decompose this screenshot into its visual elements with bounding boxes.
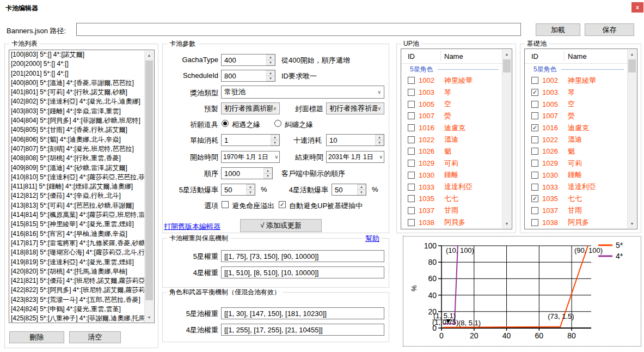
- preset-select[interactable]: 初行者推薦祈願 ∨: [221, 102, 280, 114]
- banner-list-item[interactable]: [414|814] 5*:[楓原萬葉] 4*:[蘿莎莉亞,班尼特,雷: [9, 210, 144, 220]
- banner-list-item[interactable]: [422|822] 5*:[阿貝多] 4*:[班尼特,諾艾爾,蘿莎莉: [9, 286, 144, 295]
- scrollbar-thumb[interactable]: [145, 60, 153, 300]
- spinner-down-icon[interactable]: ▼: [375, 140, 384, 145]
- banner-list-item[interactable]: [415|815] 5*:[神里綾華] 4*:[凝光,重雲,煙緋]: [9, 220, 144, 229]
- banner-listbox[interactable]: [100|803] 5*:[] 4*:[諾艾爾][200|2000] 5*:[]…: [9, 50, 155, 323]
- scrollbar-thumb[interactable]: [628, 59, 636, 72]
- pool-row-checkbox[interactable]: [408, 101, 415, 108]
- pool-row-checkbox[interactable]: ✓: [531, 89, 538, 96]
- five-star-weight-input[interactable]: [221, 250, 384, 262]
- auto-avoid-up-checkbox[interactable]: ✓: [279, 201, 286, 208]
- pool-row-checkbox[interactable]: [408, 160, 415, 167]
- spinner-down-icon[interactable]: ▼: [266, 60, 275, 65]
- spinner-up-icon[interactable]: ▲: [263, 168, 272, 173]
- banner-list-item[interactable]: [416|816] 5*:[宵宮] 4*:[早柚,迪奧娜,辛焱]: [9, 229, 144, 239]
- up-pool-scrollbar[interactable]: ▲ ▼: [502, 50, 511, 228]
- save-button[interactable]: 保存: [585, 23, 634, 36]
- banner-list-item[interactable]: [417|817] 5*:[雷電將軍] 4*:[九條裟羅,香菱,砂糖: [9, 239, 144, 248]
- single-cost-spinner[interactable]: 1 ▲▼: [221, 134, 280, 146]
- spinner-up-icon[interactable]: ▲: [246, 184, 255, 190]
- scroll-up-icon[interactable]: ▲: [502, 50, 511, 59]
- scheduleid-spinner[interactable]: 800 ▲▼: [221, 70, 275, 82]
- pool-row-checkbox[interactable]: [531, 219, 538, 226]
- scroll-up-icon[interactable]: ▲: [628, 50, 636, 59]
- banner-list-item[interactable]: [100|803] 5*:[] 4*:[諾艾爾]: [9, 50, 144, 59]
- close-button[interactable]: x: [631, 2, 643, 13]
- banner-list-item[interactable]: [408|808] 5*:[胡桃] 4*:[行秋,重雲,香菱]: [9, 154, 144, 163]
- add-or-update-button[interactable]: √ 添加或更新: [240, 219, 322, 232]
- pool-row-checkbox[interactable]: ✓: [531, 195, 538, 202]
- four-star-rate-spinner[interactable]: 50 ▲▼: [332, 184, 366, 196]
- pool-row-checkbox[interactable]: ✓: [531, 124, 538, 131]
- load-button[interactable]: 加載: [536, 23, 580, 36]
- spinner-up-icon[interactable]: ▲: [375, 135, 384, 140]
- banner-list-item[interactable]: [402|802] 5*:[達達利亞] 4*:[凝光,北斗,迪奧娜]: [9, 97, 144, 106]
- pool-row-checkbox[interactable]: [408, 89, 415, 96]
- help-link[interactable]: 幫助: [364, 234, 381, 244]
- end-time-picker[interactable]: 2031年 1月 1日 ∨: [326, 151, 384, 163]
- banner-list-scrollbar[interactable]: ▲ ▼: [144, 51, 154, 322]
- pool-row-checkbox[interactable]: [408, 77, 415, 84]
- banner-list-item[interactable]: [405|805] 5*:[甘雨] 4*:[香菱,行秋,諾艾爾]: [9, 125, 144, 135]
- ten-cost-spinner[interactable]: 10 ▲▼: [326, 134, 384, 146]
- pool-row-checkbox[interactable]: [408, 184, 415, 191]
- spinner-up-icon[interactable]: ▲: [266, 54, 275, 60]
- scroll-down-icon[interactable]: ▼: [145, 313, 154, 322]
- pool-row-checkbox[interactable]: [408, 124, 415, 131]
- pool-row-checkbox[interactable]: [531, 207, 538, 214]
- pool-row-checkbox[interactable]: [408, 172, 415, 179]
- banner-list-item[interactable]: [421|821] 5*:[優菈] 4*:[班尼特,諾艾爾,蘿莎莉亞: [9, 276, 144, 286]
- title-bar[interactable]: 卡池编辑器 x: [0, 0, 644, 16]
- start-time-picker[interactable]: 1970年 1月 1日 ∨: [221, 151, 280, 163]
- pool-row-checkbox[interactable]: [531, 160, 538, 167]
- pool-row-checkbox[interactable]: [408, 136, 415, 143]
- banner-list-item[interactable]: [407|807] 5*:[刻晴] 4*:[凝光,班尼特,芭芭拉]: [9, 144, 144, 154]
- pool-row-checkbox[interactable]: [531, 136, 538, 143]
- scroll-down-icon[interactable]: ▼: [502, 219, 511, 228]
- four-star-pool-weight-input[interactable]: [221, 324, 384, 336]
- four-star-weight-input[interactable]: [221, 266, 384, 278]
- spinner-down-icon[interactable]: ▼: [357, 190, 366, 195]
- banner-list-item[interactable]: [418|818] 5*:[珊瑚宮心海] 4*:[蘿莎莉亞,北斗,行: [9, 248, 144, 257]
- banner-list-item[interactable]: [200|2000] 5*:[] 4*:[]: [9, 59, 144, 69]
- gachatype-spinner[interactable]: 400 ▲▼: [221, 54, 275, 66]
- pool-row-checkbox[interactable]: [531, 184, 538, 191]
- pool-type-select[interactable]: 常驻池 ∨: [221, 86, 384, 99]
- banner-list-item[interactable]: [423|823] 5*:[荒瀧一斗] 4*:[五郎,芭芭拉,香菱]: [9, 295, 144, 305]
- scrollbar-thumb[interactable]: [503, 59, 511, 72]
- banner-list-item[interactable]: [401|801] 5*:[可莉] 4*:[行秋,諾艾爾,砂糖]: [9, 88, 144, 97]
- spinner-down-icon[interactable]: ▼: [246, 190, 255, 195]
- pool-row-checkbox[interactable]: [531, 148, 538, 155]
- up-pool-list[interactable]: ID Name 5星角色 1002神里綾華1003琴1005空1007熒1016…: [401, 48, 512, 229]
- banner-list-item[interactable]: [425|825] 5*:[八重神子] 4*:[菲謝爾,迪奧娜,托馬: [9, 314, 144, 323]
- base-pool-scrollbar[interactable]: ▲ ▼: [627, 50, 636, 228]
- spinner-up-icon[interactable]: ▲: [266, 70, 275, 76]
- banner-list-item[interactable]: [420|820] 5*:[胡桃] 4*:[托馬,迪奧娜,早柚]: [9, 267, 144, 276]
- open-old-editor-link[interactable]: 打開舊版本編輯器: [164, 222, 220, 232]
- sort-order-spinner[interactable]: 1000 ▲▼: [221, 167, 273, 179]
- cover-title-select[interactable]: 初行者推荐祈愿 ∨: [326, 102, 384, 114]
- path-input[interactable]: [76, 23, 521, 36]
- delete-button[interactable]: 刪除: [9, 331, 64, 343]
- banner-list-item[interactable]: [403|803] 5*:[鍾離] 4*:[辛焱,雷澤,重雲]: [9, 107, 144, 116]
- spinner-up-icon[interactable]: ▲: [357, 184, 366, 190]
- pool-row-checkbox[interactable]: [531, 77, 538, 84]
- banner-list-item[interactable]: [419|819] 5*:[達達利亞] 4*:[凝光,重雲,煙緋]: [9, 258, 144, 267]
- banner-list-item[interactable]: [201|2001] 5*:[] 4*:[]: [9, 69, 144, 78]
- banner-list-item[interactable]: [409|809] 5*:[溫迪] 4*:[砂糖,雷澤,諾艾爾]: [9, 163, 144, 173]
- pool-row-checkbox[interactable]: [408, 112, 415, 119]
- clear-button[interactable]: 清空: [69, 331, 121, 343]
- banner-list-item[interactable]: [400|800] 5*:[溫迪] 4*:[香菱,菲謝爾,芭芭拉]: [9, 78, 144, 88]
- pool-row-checkbox[interactable]: [408, 148, 415, 155]
- spinner-down-icon[interactable]: ▼: [263, 173, 272, 179]
- avoid-constellation-overflow-checkbox[interactable]: [222, 201, 229, 208]
- radio-intertwined-fate[interactable]: [274, 120, 281, 127]
- spinner-down-icon[interactable]: ▼: [271, 140, 279, 145]
- pool-row-checkbox[interactable]: [531, 101, 538, 108]
- spinner-down-icon[interactable]: ▼: [266, 76, 275, 81]
- base-pool-list[interactable]: ID Name 5星角色 1002神里綾華✓1003琴1005空1007熒✓10…: [524, 48, 637, 229]
- five-star-pool-weight-input[interactable]: [221, 307, 384, 319]
- pool-row-checkbox[interactable]: [408, 219, 415, 226]
- spinner-up-icon[interactable]: ▲: [271, 135, 279, 140]
- radio-acquaint-fate[interactable]: [222, 120, 229, 127]
